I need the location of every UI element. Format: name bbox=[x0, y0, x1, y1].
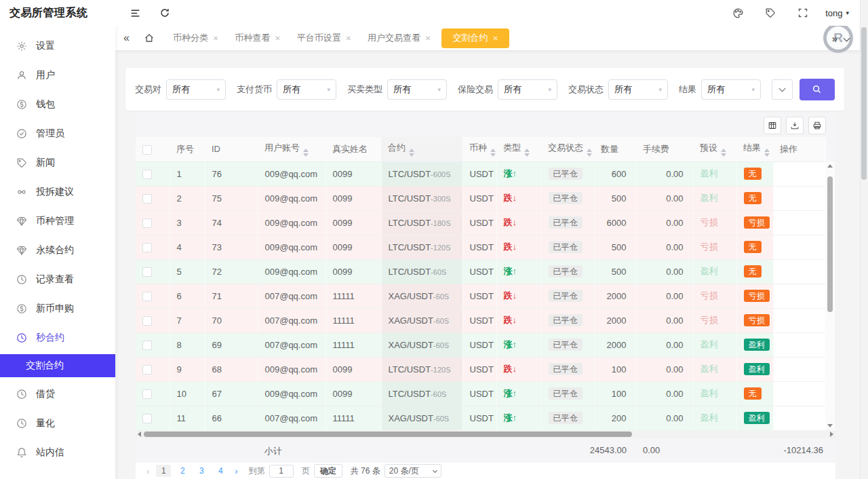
nav-tab[interactable]: 交割合约 ✕ bbox=[441, 28, 509, 48]
tag-icon[interactable] bbox=[760, 3, 781, 23]
row-checkbox[interactable] bbox=[142, 267, 152, 277]
column-header[interactable]: 手续费 bbox=[636, 137, 693, 161]
scroll-up-icon[interactable] bbox=[827, 164, 833, 168]
tab-close-icon[interactable]: ✕ bbox=[213, 35, 218, 42]
nav-tab[interactable]: 平台币设置 ✕ bbox=[289, 26, 359, 50]
nav-tab[interactable]: 币种分类 ✕ bbox=[165, 26, 226, 50]
page-number[interactable]: 2 bbox=[175, 465, 190, 477]
scroll-down-icon[interactable] bbox=[827, 424, 833, 427]
sidebar-item[interactable]: 秒合约 bbox=[0, 323, 115, 352]
page-number[interactable]: 4 bbox=[213, 465, 228, 477]
tab-close-icon[interactable]: ✕ bbox=[346, 35, 351, 42]
column-header[interactable]: 序号 bbox=[170, 137, 205, 161]
tab-close-icon[interactable]: ✕ bbox=[275, 35, 280, 42]
sort-icon[interactable] bbox=[524, 149, 530, 157]
select-all-checkbox[interactable] bbox=[142, 145, 152, 155]
column-header[interactable]: ID bbox=[205, 137, 258, 161]
prev-page-icon[interactable]: ‹ bbox=[144, 466, 152, 476]
home-icon[interactable] bbox=[140, 29, 158, 47]
hamburger-menu-icon[interactable] bbox=[125, 3, 145, 23]
sidebar-item[interactable]: 记录查看 bbox=[0, 265, 115, 294]
sidebar-item[interactable]: 新币申购 bbox=[0, 294, 115, 323]
preset-label: 亏损 bbox=[701, 217, 718, 227]
row-checkbox[interactable] bbox=[142, 316, 152, 326]
filter-select[interactable]: 所有 ▾ bbox=[701, 79, 761, 100]
sidebar-item-icon bbox=[16, 157, 27, 168]
sort-icon[interactable] bbox=[764, 149, 770, 157]
sidebar-item[interactable]: 交割合约 bbox=[0, 354, 115, 377]
sort-icon[interactable] bbox=[409, 149, 414, 157]
sidebar-item[interactable]: 管理员 bbox=[0, 119, 115, 148]
sidebar-item[interactable]: 新闻 bbox=[0, 148, 115, 177]
row-checkbox[interactable] bbox=[142, 341, 152, 350]
row-checkbox[interactable] bbox=[142, 389, 152, 399]
filter-expand-button[interactable] bbox=[772, 79, 793, 100]
sidebar-item[interactable]: 永续合约 bbox=[0, 235, 115, 265]
column-header[interactable]: 合约 bbox=[381, 137, 462, 161]
next-page-icon[interactable]: › bbox=[232, 466, 240, 476]
column-settings-icon[interactable] bbox=[764, 117, 781, 134]
column-header[interactable]: 类型 bbox=[496, 137, 541, 161]
tabs-dropdown-icon[interactable] bbox=[844, 31, 849, 43]
page-scroll-thumb[interactable] bbox=[861, 27, 867, 180]
column-header[interactable]: 数量 bbox=[594, 137, 636, 161]
page-scrollbar[interactable] bbox=[860, 0, 868, 479]
column-header[interactable]: 结果 bbox=[736, 137, 773, 161]
sidebar-item[interactable]: 设置 bbox=[0, 31, 115, 60]
vertical-scroll-thumb[interactable] bbox=[827, 176, 833, 312]
sidebar-item[interactable]: 投拆建议 bbox=[0, 177, 115, 206]
row-checkbox[interactable] bbox=[142, 414, 152, 423]
column-header[interactable]: 币种 bbox=[462, 137, 496, 161]
sidebar-item[interactable]: 量化 bbox=[0, 408, 115, 438]
refresh-icon[interactable] bbox=[155, 3, 175, 23]
column-header[interactable]: 预设 bbox=[693, 137, 736, 161]
per-page-select[interactable]: 20 条/页 bbox=[384, 464, 441, 478]
filter-select[interactable]: 所有 ▾ bbox=[608, 79, 668, 100]
row-checkbox[interactable] bbox=[142, 292, 152, 301]
row-checkbox[interactable] bbox=[142, 170, 152, 179]
sidebar-item[interactable]: 借贷 bbox=[0, 379, 115, 408]
column-header[interactable]: 用户账号 bbox=[258, 137, 326, 161]
jump-page-input[interactable] bbox=[269, 465, 294, 478]
tabs-scroll-right-icon[interactable]: » bbox=[832, 33, 837, 44]
tab-close-icon[interactable]: ✕ bbox=[425, 35, 431, 42]
theme-palette-icon[interactable] bbox=[728, 3, 748, 23]
horizontal-scroll-thumb[interactable] bbox=[144, 432, 632, 437]
filter-select[interactable]: 所有 ▾ bbox=[498, 79, 557, 100]
print-icon[interactable] bbox=[808, 117, 826, 134]
nav-tab[interactable]: 币种查看 ✕ bbox=[226, 26, 288, 50]
tabs-scroll-left-icon[interactable]: « bbox=[123, 32, 130, 44]
sort-icon[interactable] bbox=[303, 149, 309, 157]
column-header[interactable]: 操作 bbox=[773, 137, 825, 161]
sort-icon[interactable] bbox=[587, 149, 592, 157]
sidebar-item[interactable]: 币种管理 bbox=[0, 206, 115, 235]
filter-select[interactable]: 所有 ▾ bbox=[166, 79, 226, 100]
sort-icon[interactable] bbox=[490, 149, 496, 157]
scroll-left-icon[interactable] bbox=[138, 432, 141, 437]
sidebar-item[interactable]: 站内信 bbox=[0, 438, 115, 467]
sidebar-item[interactable]: 用户 bbox=[0, 60, 115, 90]
scroll-right-icon[interactable] bbox=[830, 432, 833, 437]
row-checkbox[interactable] bbox=[142, 243, 152, 252]
confirm-button[interactable]: 确定 bbox=[314, 464, 342, 478]
page-number[interactable]: 3 bbox=[194, 465, 209, 477]
column-header[interactable]: 真实姓名 bbox=[326, 137, 381, 161]
row-checkbox[interactable] bbox=[142, 365, 152, 375]
page-number[interactable]: 1 bbox=[156, 465, 171, 477]
row-checkbox[interactable] bbox=[142, 218, 152, 228]
sort-icon[interactable] bbox=[721, 149, 726, 157]
row-checkbox[interactable] bbox=[142, 194, 152, 204]
filter-select[interactable]: 所有 ▾ bbox=[387, 79, 447, 100]
nav-tab[interactable]: 用户交易查看 ✕ bbox=[359, 26, 439, 50]
fullscreen-icon[interactable] bbox=[793, 3, 813, 23]
column-header[interactable]: 交易状态 bbox=[541, 137, 594, 161]
jump-suffix-label: 页 bbox=[302, 465, 310, 477]
sidebar-item[interactable]: 钱包 bbox=[0, 90, 115, 119]
table-horizontal-scrollbar[interactable] bbox=[136, 430, 835, 438]
search-button[interactable] bbox=[800, 79, 835, 100]
export-icon[interactable] bbox=[786, 117, 804, 134]
user-menu[interactable]: tong ▾ bbox=[825, 8, 849, 18]
tab-close-icon[interactable]: ✕ bbox=[492, 35, 498, 42]
table-vertical-scrollbar[interactable] bbox=[825, 161, 835, 430]
filter-select[interactable]: 所有 ▾ bbox=[277, 79, 336, 100]
